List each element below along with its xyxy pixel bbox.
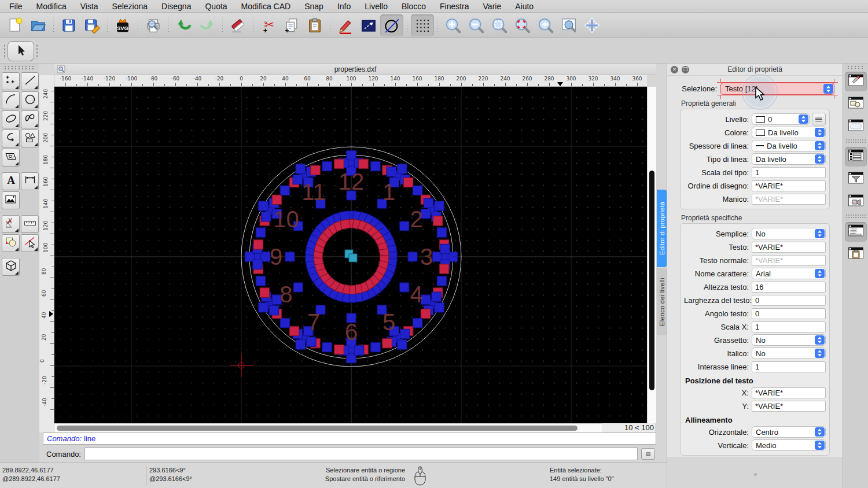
- dock-layer-list-button[interactable]: [845, 147, 867, 167]
- tool-circle-button[interactable]: [21, 91, 39, 109]
- property-input-altezzatesto[interactable]: 16: [752, 282, 826, 293]
- horizontal-scrollbar-thumb[interactable]: [57, 426, 578, 431]
- property-input-scalax[interactable]: 1: [752, 321, 826, 332]
- layer-menu-button[interactable]: [812, 113, 826, 125]
- command-input[interactable]: [84, 448, 638, 460]
- dock-clipboard-panel-button[interactable]: [845, 245, 867, 264]
- tool-hatch-button[interactable]: [2, 149, 20, 167]
- new-document-button[interactable]: [3, 14, 27, 36]
- dock-drag-handle[interactable]: [847, 65, 865, 69]
- grid-toggle-button[interactable]: [411, 14, 434, 36]
- tool-measure-button[interactable]: [21, 215, 39, 233]
- menu-modifica-cad[interactable]: Modifica CAD: [241, 2, 291, 11]
- redo-button[interactable]: [196, 14, 219, 36]
- undo-button[interactable]: [172, 14, 196, 36]
- property-input-angolotesto[interactable]: 0: [752, 308, 826, 319]
- open-file-button[interactable]: [27, 14, 50, 36]
- zoom-window-button[interactable]: [557, 14, 580, 36]
- vertical-scrollbar-thumb[interactable]: [649, 171, 654, 390]
- menu-livello[interactable]: Livello: [365, 2, 388, 11]
- drawing-canvas[interactable]: 121234567891011: [54, 87, 647, 423]
- palette-drag-handle[interactable]: [3, 66, 36, 71]
- property-input-testo[interactable]: *VARIE*: [752, 242, 826, 253]
- menu-info[interactable]: Info: [337, 2, 351, 11]
- tool-ellipse-button[interactable]: [2, 110, 20, 128]
- menu-blocco[interactable]: Blocco: [402, 2, 426, 11]
- property-dropdown-spessoredilinea[interactable]: Da livello: [752, 140, 826, 151]
- property-dropdown-orizzontale[interactable]: Centro: [752, 426, 826, 438]
- delete-button[interactable]: [226, 14, 249, 36]
- dock-selection-filter-button[interactable]: [845, 169, 867, 189]
- zoom-auto-button[interactable]: [488, 14, 511, 36]
- property-dropdown-grassetto[interactable]: No: [752, 334, 826, 346]
- property-input-larghezzadeltesto[interactable]: 0: [752, 295, 826, 306]
- horizontal-scrollbar[interactable]: [54, 423, 620, 432]
- cut-button[interactable]: ✂+: [257, 14, 280, 36]
- property-input-ordinedidisegno[interactable]: *VARIE*: [752, 180, 826, 191]
- property-input-interasselinee[interactable]: 1: [752, 361, 826, 372]
- tool-line-button[interactable]: [21, 72, 39, 90]
- property-dropdown-livello[interactable]: 0: [752, 113, 810, 125]
- zoom-out-button[interactable]: [465, 14, 488, 36]
- tool-dimension-button[interactable]: [21, 172, 39, 190]
- tool-modify-attributes-button[interactable]: [21, 234, 39, 252]
- tool-spline-button[interactable]: [21, 110, 39, 128]
- copy-button[interactable]: +: [280, 14, 303, 36]
- tool-modify-button[interactable]: [2, 234, 20, 252]
- property-input-testonormale[interactable]: *VARIE*: [752, 255, 826, 266]
- property-input-scaladeltipo[interactable]: 1: [752, 167, 826, 178]
- property-dropdown-colore[interactable]: Da livello: [752, 127, 826, 138]
- property-dropdown-verticale[interactable]: Medio: [752, 439, 826, 451]
- property-dropdown-tipodilinea[interactable]: Da livello: [752, 153, 826, 165]
- circle-line-button[interactable]: [380, 14, 403, 36]
- menu-quota[interactable]: Quota: [205, 2, 227, 11]
- tool-shapes-button[interactable]: [21, 130, 39, 147]
- menu-seleziona[interactable]: Seleziona: [112, 2, 148, 11]
- save-button[interactable]: [57, 14, 80, 36]
- dock-view-navigator-button[interactable]: [845, 192, 867, 212]
- menu-snap[interactable]: Snap: [304, 2, 323, 11]
- property-input-x[interactable]: *VARIE*: [752, 387, 826, 398]
- zoom-previous-button[interactable]: [534, 14, 557, 36]
- tool-image-button[interactable]: [2, 191, 20, 209]
- menu-file[interactable]: File: [9, 2, 23, 11]
- select-tool-button[interactable]: [8, 41, 34, 61]
- tab-property-editor[interactable]: Editor di proprietà: [657, 190, 667, 267]
- menu-aiuto[interactable]: Aiuto: [515, 2, 534, 11]
- menu-modifica[interactable]: Modifica: [36, 2, 67, 11]
- property-input-manico[interactable]: *VARIE*: [752, 194, 826, 205]
- dock-property-editor-button[interactable]: [845, 72, 867, 91]
- panel-detach-icon[interactable]: ❐: [682, 66, 689, 73]
- tool-solid-3d-button[interactable]: [2, 258, 20, 276]
- menu-finestra[interactable]: Finestra: [440, 2, 469, 11]
- paste-button[interactable]: [303, 14, 326, 36]
- pan-button[interactable]: [580, 14, 604, 36]
- tab-layer-list[interactable]: Elenco dei livelli: [657, 268, 667, 335]
- property-dropdown-italico[interactable]: No: [752, 347, 826, 359]
- save-as-button[interactable]: [80, 14, 104, 36]
- print-preview-button[interactable]: [142, 14, 165, 36]
- tool-text-button[interactable]: A: [2, 172, 20, 190]
- draw-pencil-button[interactable]: [334, 14, 357, 36]
- tool-arc-button[interactable]: [2, 91, 20, 109]
- menu-vista[interactable]: Vista: [80, 2, 98, 11]
- command-options-button[interactable]: ▤: [641, 448, 655, 460]
- dock-library-browser-button[interactable]: [845, 117, 867, 136]
- panel-close-icon[interactable]: ✕: [671, 66, 678, 73]
- zoom-in-button[interactable]: [442, 14, 465, 36]
- selection-rect-button[interactable]: [357, 14, 380, 36]
- zoom-selection-button[interactable]: [511, 14, 534, 36]
- menu-varie[interactable]: Varie: [483, 2, 502, 11]
- property-dropdown-nomecarattere[interactable]: Arial: [752, 268, 826, 279]
- property-dropdown-semplice[interactable]: No: [752, 228, 826, 239]
- menu-disegna[interactable]: Disegna: [161, 2, 191, 11]
- property-input-y[interactable]: *VARIE*: [752, 401, 826, 412]
- svg-export-button[interactable]: SVG: [111, 14, 134, 36]
- dock-command-line-button[interactable]: [845, 222, 867, 242]
- document-title-bar[interactable]: properties.dxf: [54, 64, 656, 75]
- tool-drafting-tools-button[interactable]: [2, 215, 20, 233]
- tool-points-button[interactable]: [2, 72, 20, 90]
- tool-polyline-button[interactable]: [2, 130, 20, 147]
- dock-block-list-button[interactable]: [845, 94, 867, 114]
- vertical-scrollbar[interactable]: [647, 87, 656, 423]
